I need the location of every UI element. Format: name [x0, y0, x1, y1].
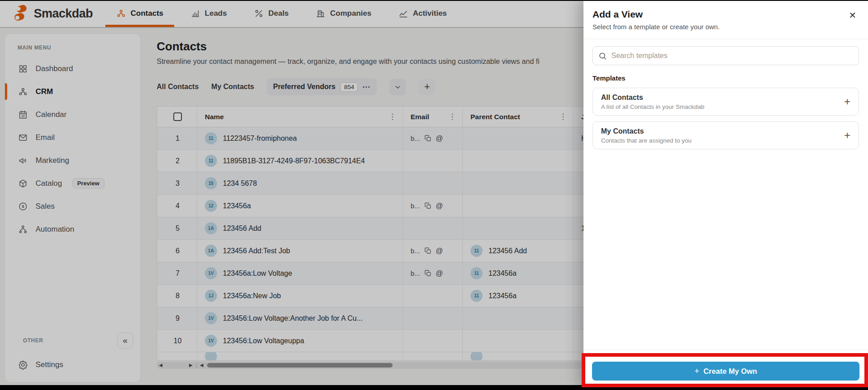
template-description: A list of all Contacts in your Smackdab [601, 103, 836, 110]
modal-footer: + Create My Own [583, 350, 868, 390]
dim-overlay[interactable] [0, 0, 583, 390]
app-screen: Smackdab Contacts Leads Deals [0, 0, 868, 390]
template-title: My Contacts [601, 127, 836, 135]
search-input[interactable] [611, 52, 853, 60]
template-search[interactable] [592, 46, 859, 65]
templates-section-label: Templates [592, 74, 859, 82]
plus-icon: + [694, 366, 699, 376]
add-template-icon[interactable]: + [844, 129, 850, 142]
template-card[interactable]: All Contacts A list of all Contacts in y… [592, 88, 859, 116]
template-description: Contacts that are assigned to you [601, 137, 836, 144]
template-card[interactable]: My Contacts Contacts that are assigned t… [592, 121, 859, 149]
screenshot-bottom-edge [0, 385, 868, 390]
template-title: All Contacts [601, 94, 836, 102]
modal-title: Add a View [592, 9, 857, 20]
search-icon [598, 52, 607, 60]
create-my-own-button[interactable]: + Create My Own [592, 362, 859, 381]
modal-subtitle: Select from a template or create your ow… [592, 23, 857, 31]
window-top-edge [0, 0, 868, 1]
modal-header: Add a View Select from a template or cre… [583, 0, 868, 39]
add-view-modal: Add a View Select from a template or cre… [583, 0, 868, 390]
add-template-icon[interactable]: + [844, 95, 850, 108]
close-icon[interactable]: ✕ [849, 10, 856, 21]
